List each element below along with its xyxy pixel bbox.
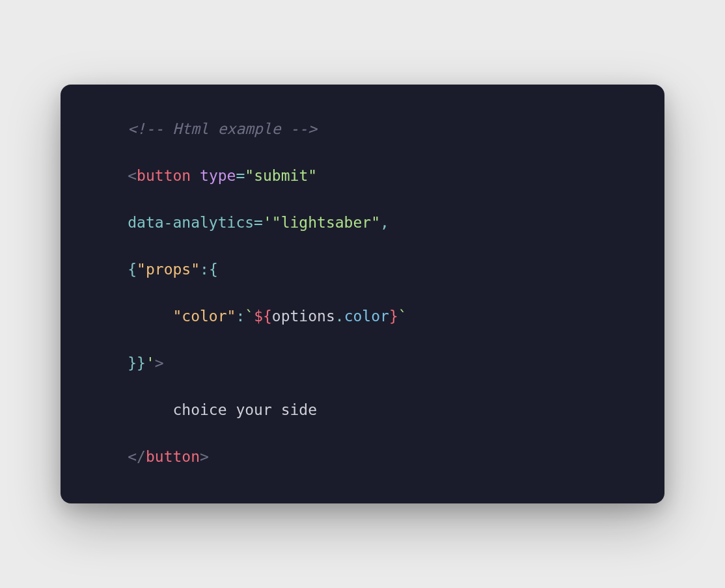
code-line: <button type="submit": [83, 164, 642, 187]
code-snippet-card: <!-- Html example --> <button type="subm…: [61, 85, 664, 503]
code-line: }}'>: [83, 351, 642, 375]
code-line: <!-- Html example -->: [83, 117, 642, 140]
code-block: <!-- Html example --> <button type="subm…: [83, 117, 642, 503]
attr-name: data-analytics: [128, 214, 254, 231]
button-text: choice your side: [172, 401, 317, 418]
code-line: {"props":{: [83, 258, 642, 281]
code-line: choice your side: [83, 398, 642, 421]
code-line: data-analytics='"lightsaber",: [83, 211, 642, 234]
tag-name: button: [137, 167, 191, 184]
code-line: </button>: [83, 445, 642, 468]
tag-name: button: [146, 448, 200, 465]
code-line: "color":`${options.color}`: [83, 304, 642, 328]
attr-name: type: [200, 167, 236, 184]
attr-value: "submit": [245, 167, 317, 184]
blank-line: [83, 492, 642, 503]
comment: <!-- Html example -->: [128, 120, 317, 137]
